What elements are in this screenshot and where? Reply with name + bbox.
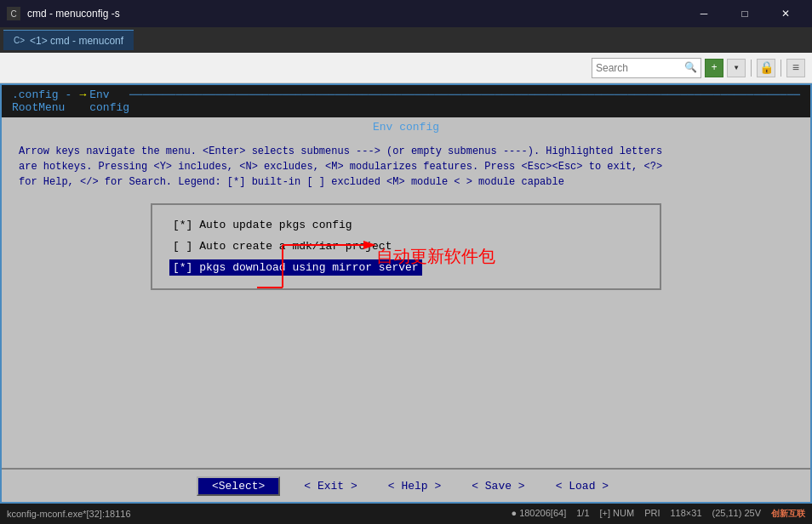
- help-line1: Arrow keys navigate the menu. <Enter> se…: [19, 144, 793, 159]
- menu-item-1-label: Auto update pkgs config: [199, 219, 352, 231]
- window-title: cmd - menuconfig -s: [27, 8, 120, 20]
- chevron-button[interactable]: ▾: [727, 59, 746, 77]
- statusbar: kconfig-mconf.exe*[32]:18116 ● 180206[64…: [0, 504, 812, 524]
- help-line3: for Help, </> for Search. Legend: [*] bu…: [19, 174, 793, 190]
- titlebar: C cmd - menuconfig -s ─ □ ✕: [0, 0, 812, 27]
- statusbar-info6: (25,11) 25V: [712, 508, 761, 520]
- hamburger-icon: ≡: [792, 61, 799, 75]
- separator-1: [751, 60, 752, 77]
- search-icon[interactable]: 🔍: [684, 61, 697, 74]
- maximize-button[interactable]: □: [725, 0, 764, 27]
- titlebar-left: C cmd - menuconfig -s: [7, 7, 120, 20]
- dialog-content: Env config Arrow keys navigate the menu.…: [2, 117, 810, 502]
- menu-item-2[interactable]: [ ] Auto create a mdk/iar project: [169, 236, 643, 258]
- menu-item-2-prefix: [ ]: [173, 240, 199, 253]
- statusbar-info3: [+] NUM: [600, 508, 635, 520]
- lock-button[interactable]: 🔒: [757, 59, 775, 77]
- cmd-icon: C: [7, 7, 20, 20]
- tab-1[interactable]: C> <1> cmd - menuconf: [3, 30, 134, 50]
- tab-icon: C>: [14, 36, 25, 45]
- help-text: Arrow keys navigate the menu. <Enter> se…: [2, 137, 810, 196]
- tab-label: <1> cmd - menuconf: [30, 35, 123, 47]
- breadcrumb-line: ────────────────────────────────────────…: [129, 88, 800, 114]
- menu-box: [*] Auto update pkgs config [ ] Auto cre…: [151, 203, 661, 290]
- separator-2: [781, 60, 781, 77]
- load-button[interactable]: < Load >: [549, 478, 615, 494]
- close-button[interactable]: ✕: [766, 0, 805, 27]
- menu-item-3-full[interactable]: [*] pkgs download using mirror server: [169, 259, 422, 276]
- tabbar: C> <1> cmd - menuconf: [0, 27, 812, 53]
- lock-icon: 🔒: [759, 60, 774, 75]
- add-button[interactable]: +: [705, 59, 723, 77]
- statusbar-info4: PRI: [644, 508, 660, 520]
- dialog-title: Env config: [2, 117, 810, 137]
- menu-button[interactable]: ≡: [786, 59, 805, 77]
- minimize-button[interactable]: ─: [684, 0, 723, 27]
- spacer: [2, 297, 810, 468]
- menu-item-2-label: Auto create a mdk/iar project: [199, 240, 392, 253]
- statusbar-info1: ● 180206[64]: [511, 508, 566, 520]
- statusbar-logo: 创新互联: [771, 508, 805, 520]
- help-line2: are hotkeys. Pressing <Y> includes, <N> …: [19, 159, 793, 174]
- breadcrumb-arrow: →: [79, 88, 86, 114]
- exit-button[interactable]: < Exit >: [297, 478, 363, 494]
- toolbar: 🔍 + ▾ 🔒 ≡: [0, 53, 812, 83]
- statusbar-process: kconfig-mconf.exe*[32]:18116: [7, 509, 131, 519]
- statusbar-info: ● 180206[64] 1/1 [+] NUM PRI 118×31 (25,…: [511, 508, 805, 520]
- menu-item-1[interactable]: [*] Auto update pkgs config: [169, 215, 643, 236]
- statusbar-info5: 118×31: [671, 508, 702, 520]
- main-window: .config - RootMenu → Env config ────────…: [0, 83, 812, 504]
- bottom-bar: <Select> < Exit > < Help > < Save > < Lo…: [2, 468, 810, 502]
- breadcrumb-item1: .config - RootMenu: [12, 88, 76, 114]
- menu-item-3[interactable]: [*] pkgs download using mirror server: [169, 258, 643, 279]
- breadcrumb-item2: Env config: [89, 88, 129, 114]
- select-button[interactable]: <Select>: [197, 476, 280, 496]
- search-input[interactable]: [596, 62, 681, 74]
- menu-item-1-prefix: [*]: [173, 219, 199, 231]
- search-box[interactable]: 🔍: [592, 58, 701, 78]
- breadcrumb: .config - RootMenu → Env config ────────…: [2, 85, 810, 117]
- window-controls: ─ □ ✕: [684, 0, 805, 27]
- help-button[interactable]: < Help >: [381, 478, 448, 494]
- statusbar-info2: 1/1: [576, 508, 589, 520]
- save-button[interactable]: < Save >: [465, 478, 531, 494]
